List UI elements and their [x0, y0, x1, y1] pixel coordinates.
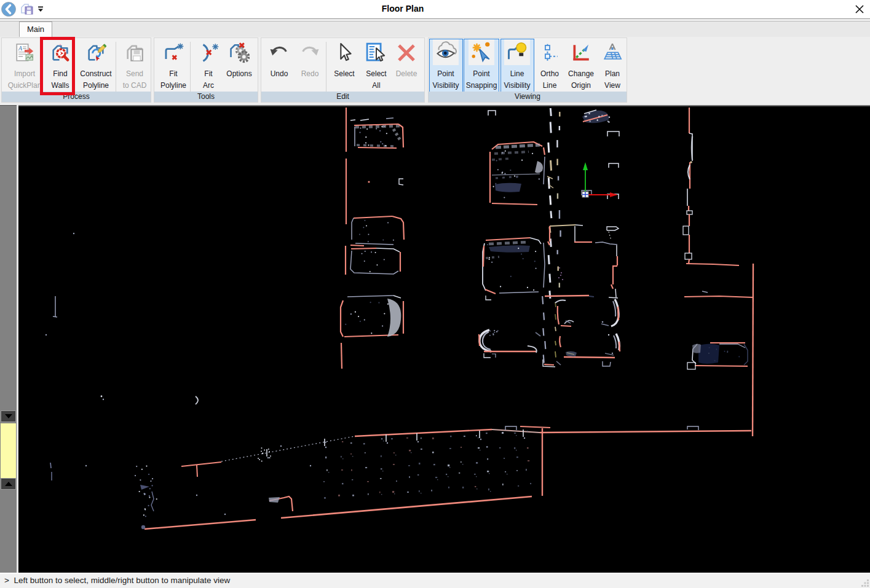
svg-text:A: A	[18, 45, 23, 52]
